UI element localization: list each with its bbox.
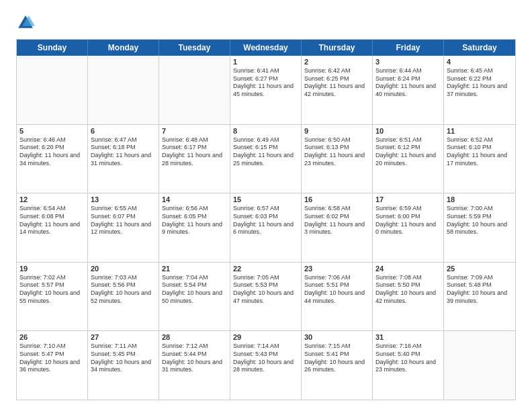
day-number: 28 [162, 333, 227, 341]
day-info: Sunrise: 6:45 AMSunset: 6:22 PMDaylight:… [447, 67, 513, 99]
week-row-1: 1Sunrise: 6:41 AMSunset: 6:27 PMDaylight… [17, 56, 515, 124]
day-cell-11: 11Sunrise: 6:52 AMSunset: 6:10 PMDayligh… [444, 125, 515, 193]
day-number: 22 [233, 265, 298, 273]
empty-day-cell [17, 56, 88, 124]
day-number: 11 [447, 127, 513, 135]
day-number: 5 [19, 127, 85, 135]
day-number: 10 [375, 127, 441, 135]
day-info: Sunrise: 6:56 AMSunset: 6:05 PMDaylight:… [162, 205, 227, 236]
day-cell-24: 24Sunrise: 7:08 AMSunset: 5:50 PMDayligh… [373, 263, 444, 331]
day-info: Sunrise: 7:08 AMSunset: 5:50 PMDaylight:… [375, 274, 441, 306]
day-info: Sunrise: 6:41 AMSunset: 6:27 PMDaylight:… [233, 67, 298, 99]
day-cell-27: 27Sunrise: 7:11 AMSunset: 5:45 PMDayligh… [88, 331, 159, 400]
day-number: 18 [447, 195, 513, 203]
day-header-thursday: Thursday [302, 40, 373, 56]
day-info: Sunrise: 6:58 AMSunset: 6:02 PMDaylight:… [304, 205, 369, 236]
day-info: Sunrise: 6:49 AMSunset: 6:15 PMDaylight:… [233, 136, 298, 168]
day-number: 25 [447, 265, 513, 273]
day-info: Sunrise: 7:12 AMSunset: 5:44 PMDaylight:… [162, 342, 227, 374]
day-number: 19 [19, 265, 85, 273]
day-cell-10: 10Sunrise: 6:51 AMSunset: 6:12 PMDayligh… [373, 125, 444, 193]
day-number: 21 [162, 265, 227, 273]
day-info: Sunrise: 7:06 AMSunset: 5:51 PMDaylight:… [304, 274, 369, 306]
day-number: 6 [91, 127, 156, 135]
day-number: 1 [233, 58, 298, 66]
day-info: Sunrise: 6:59 AMSunset: 6:00 PMDaylight:… [375, 205, 441, 236]
day-number: 3 [375, 58, 441, 66]
week-row-4: 19Sunrise: 7:02 AMSunset: 5:57 PMDayligh… [17, 262, 515, 331]
day-number: 2 [304, 58, 369, 66]
day-number: 20 [91, 265, 156, 273]
day-info: Sunrise: 6:47 AMSunset: 6:18 PMDaylight:… [91, 136, 156, 168]
empty-day-cell [159, 56, 230, 124]
day-cell-21: 21Sunrise: 7:04 AMSunset: 5:54 PMDayligh… [159, 263, 230, 331]
week-row-3: 12Sunrise: 6:54 AMSunset: 6:08 PMDayligh… [17, 193, 515, 262]
day-number: 30 [304, 333, 369, 341]
calendar-body: 1Sunrise: 6:41 AMSunset: 6:27 PMDaylight… [17, 56, 515, 400]
day-info: Sunrise: 6:51 AMSunset: 6:12 PMDaylight:… [375, 136, 441, 168]
day-number: 9 [304, 127, 369, 135]
day-number: 12 [19, 195, 85, 203]
day-number: 23 [304, 265, 369, 273]
day-number: 29 [233, 333, 298, 341]
day-number: 4 [447, 58, 513, 66]
day-cell-29: 29Sunrise: 7:14 AMSunset: 5:43 PMDayligh… [230, 331, 302, 400]
day-header-wednesday: Wednesday [230, 40, 302, 56]
day-info: Sunrise: 7:00 AMSunset: 5:59 PMDaylight:… [447, 205, 513, 236]
day-info: Sunrise: 7:02 AMSunset: 5:57 PMDaylight:… [19, 274, 85, 306]
day-number: 14 [162, 195, 227, 203]
day-info: Sunrise: 7:10 AMSunset: 5:47 PMDaylight:… [19, 342, 85, 374]
day-cell-9: 9Sunrise: 6:50 AMSunset: 6:13 PMDaylight… [302, 125, 373, 193]
day-number: 27 [91, 333, 156, 341]
empty-day-cell [88, 56, 159, 124]
day-number: 16 [304, 195, 369, 203]
day-cell-31: 31Sunrise: 7:16 AMSunset: 5:40 PMDayligh… [373, 331, 444, 400]
day-info: Sunrise: 6:52 AMSunset: 6:10 PMDaylight:… [447, 136, 513, 168]
day-number: 15 [233, 195, 298, 203]
day-info: Sunrise: 6:55 AMSunset: 6:07 PMDaylight:… [91, 205, 156, 236]
day-number: 7 [162, 127, 227, 135]
day-info: Sunrise: 7:03 AMSunset: 5:56 PMDaylight:… [91, 274, 156, 306]
page: SundayMondayTuesdayWednesdayThursdayFrid… [0, 0, 532, 411]
day-info: Sunrise: 6:54 AMSunset: 6:08 PMDaylight:… [19, 205, 85, 236]
logo [16, 13, 38, 32]
day-cell-4: 4Sunrise: 6:45 AMSunset: 6:22 PMDaylight… [444, 56, 515, 124]
day-header-friday: Friday [373, 40, 444, 56]
day-info: Sunrise: 7:09 AMSunset: 5:48 PMDaylight:… [447, 274, 513, 306]
day-number: 24 [375, 265, 441, 273]
calendar: SundayMondayTuesdayWednesdayThursdayFrid… [16, 39, 516, 400]
day-info: Sunrise: 6:42 AMSunset: 6:25 PMDaylight:… [304, 67, 369, 99]
week-row-5: 26Sunrise: 7:10 AMSunset: 5:47 PMDayligh… [17, 330, 515, 400]
logo-icon [16, 13, 35, 32]
day-cell-8: 8Sunrise: 6:49 AMSunset: 6:15 PMDaylight… [230, 125, 302, 193]
header [16, 13, 516, 32]
day-header-sunday: Sunday [17, 40, 88, 56]
day-cell-30: 30Sunrise: 7:15 AMSunset: 5:41 PMDayligh… [302, 331, 373, 400]
day-number: 8 [233, 127, 298, 135]
day-info: Sunrise: 6:46 AMSunset: 6:20 PMDaylight:… [19, 136, 85, 168]
day-cell-19: 19Sunrise: 7:02 AMSunset: 5:57 PMDayligh… [17, 263, 88, 331]
day-info: Sunrise: 7:14 AMSunset: 5:43 PMDaylight:… [233, 342, 298, 374]
day-number: 26 [19, 333, 85, 341]
day-info: Sunrise: 7:05 AMSunset: 5:53 PMDaylight:… [233, 274, 298, 306]
day-info: Sunrise: 6:44 AMSunset: 6:24 PMDaylight:… [375, 67, 441, 99]
day-cell-3: 3Sunrise: 6:44 AMSunset: 6:24 PMDaylight… [373, 56, 444, 124]
day-number: 17 [375, 195, 441, 203]
day-cell-16: 16Sunrise: 6:58 AMSunset: 6:02 PMDayligh… [302, 193, 373, 262]
day-number: 13 [91, 195, 156, 203]
day-cell-20: 20Sunrise: 7:03 AMSunset: 5:56 PMDayligh… [88, 263, 159, 331]
day-header-monday: Monday [88, 40, 159, 56]
day-info: Sunrise: 6:50 AMSunset: 6:13 PMDaylight:… [304, 136, 369, 168]
empty-day-cell [444, 331, 515, 400]
day-cell-15: 15Sunrise: 6:57 AMSunset: 6:03 PMDayligh… [230, 193, 302, 262]
day-cell-23: 23Sunrise: 7:06 AMSunset: 5:51 PMDayligh… [302, 263, 373, 331]
day-info: Sunrise: 7:16 AMSunset: 5:40 PMDaylight:… [375, 342, 441, 374]
day-cell-18: 18Sunrise: 7:00 AMSunset: 5:59 PMDayligh… [444, 193, 515, 262]
day-cell-13: 13Sunrise: 6:55 AMSunset: 6:07 PMDayligh… [88, 193, 159, 262]
day-cell-6: 6Sunrise: 6:47 AMSunset: 6:18 PMDaylight… [88, 125, 159, 193]
week-row-2: 5Sunrise: 6:46 AMSunset: 6:20 PMDaylight… [17, 124, 515, 193]
day-cell-7: 7Sunrise: 6:48 AMSunset: 6:17 PMDaylight… [159, 125, 230, 193]
day-info: Sunrise: 7:11 AMSunset: 5:45 PMDaylight:… [91, 342, 156, 374]
day-info: Sunrise: 6:48 AMSunset: 6:17 PMDaylight:… [162, 136, 227, 168]
day-cell-22: 22Sunrise: 7:05 AMSunset: 5:53 PMDayligh… [230, 263, 302, 331]
